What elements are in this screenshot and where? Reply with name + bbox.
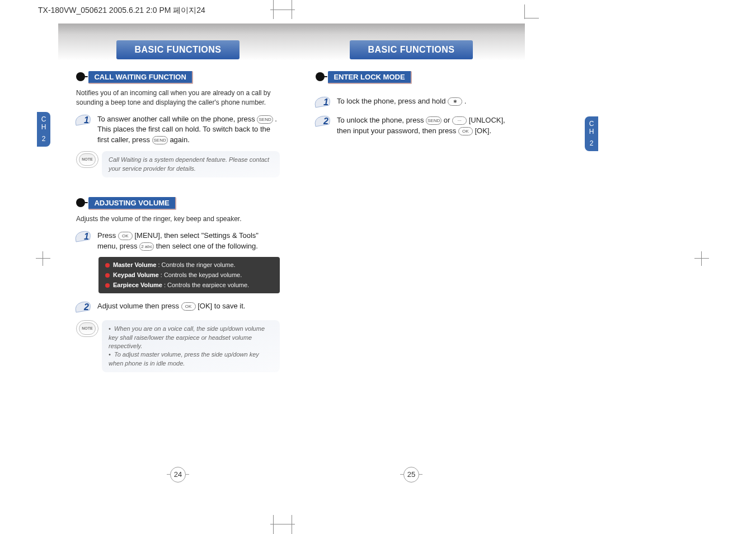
text-fragment: Adjust volume then press <box>97 302 181 310</box>
step-text: To lock the phone, press and hold ✱ . <box>337 96 466 107</box>
page-title: BASIC FUNCTIONS <box>116 40 240 59</box>
print-header: TX-180VW_050621 2005.6.21 2:0 PM 페이지24 <box>38 6 205 16</box>
section-bullet-icon <box>76 198 85 207</box>
star-key-icon: ✱ <box>448 97 462 106</box>
text-fragment: To answer another call while on the phon… <box>97 115 257 123</box>
send-key-icon: SEND <box>152 136 168 144</box>
note: NOTE • When you are on a voice call, the… <box>76 320 280 372</box>
chapter-tab-line: H <box>585 128 598 135</box>
step: 1 To lock the phone, press and hold ✱ . <box>316 96 507 110</box>
text-fragment: Press <box>97 231 118 240</box>
step-number: 2 <box>84 302 89 312</box>
page-right: BASIC FUNCTIONS ENTER LOCK MODE 1 To loc… <box>298 20 525 486</box>
step: 1 Press OK [MENU], then select "Settings… <box>76 231 280 252</box>
note-bullet: • When you are on a voice call, the side… <box>109 325 273 350</box>
note: NOTE Call Waiting is a system dependent … <box>76 151 280 177</box>
text-fragment: To lock the phone, press and hold <box>337 97 448 105</box>
section-header: ENTER LOCK MODE <box>316 71 507 84</box>
crop-corner <box>524 4 539 19</box>
step-number: 1 <box>84 115 89 125</box>
note-text: Call Waiting is a system dependent featu… <box>102 151 280 177</box>
chapter-tab-line: C <box>585 120 598 128</box>
softkey-icon: ··· <box>452 116 467 125</box>
volume-options-box: Master Volume : Controls the ringer volu… <box>98 257 280 293</box>
send-key-icon: SEND <box>426 116 442 125</box>
text-fragment: To unlock the phone, press <box>337 116 426 124</box>
page-number: 24 <box>170 467 186 483</box>
item-title: Keypad Volume <box>113 271 159 278</box>
list-item: Earpiece Volume : Controls the earpiece … <box>105 280 273 291</box>
step: 1 To answer another call while on the ph… <box>76 114 280 146</box>
ok-key-icon: OK <box>118 232 133 240</box>
chapter-tab: C H 2 <box>585 116 598 151</box>
crop-mark-top <box>273 0 292 19</box>
section-header: ADJUSTING VOLUME <box>76 196 280 210</box>
ok-key-icon: OK <box>458 127 473 135</box>
chapter-tab: C H 2 <box>37 112 50 147</box>
step-number-badge: 2 <box>316 115 332 129</box>
page-number: 25 <box>403 467 419 483</box>
note-line: When you are on a voice call, the side u… <box>109 325 265 349</box>
step-number: 1 <box>323 97 328 107</box>
list-item: Keypad Volume : Controls the keypad volu… <box>105 270 273 280</box>
note-icon: NOTE <box>76 320 100 337</box>
two-key-icon: 2 abc <box>139 242 154 251</box>
item-title: Master Volume <box>113 261 156 268</box>
chapter-tab-line: 2 <box>37 135 50 143</box>
item-desc: : Controls the earpiece volume. <box>162 282 249 288</box>
step-number: 1 <box>84 232 89 242</box>
step: 2 Adjust volume then press OK [OK] to sa… <box>76 301 280 315</box>
note-text: • When you are on a voice call, the side… <box>102 320 280 372</box>
section-bullet-icon <box>76 72 85 81</box>
note-bullet: • To adjust master volume, press the sid… <box>109 350 273 368</box>
item-desc: : Controls the ringer volume. <box>156 261 235 268</box>
chapter-tab-line: 2 <box>585 139 598 147</box>
bullet-icon <box>105 283 110 288</box>
step-number: 2 <box>323 116 328 127</box>
text-fragment: or <box>444 116 452 124</box>
item-title: Earpiece Volume <box>113 282 162 288</box>
page-spread: BASIC FUNCTIONS CALL WAITING FUNCTION No… <box>58 20 525 486</box>
ok-key-icon: OK <box>181 302 196 311</box>
text-fragment: . <box>464 97 467 105</box>
section-description: Adjusts the volume of the ringer, key be… <box>76 214 280 224</box>
page-title: BASIC FUNCTIONS <box>350 40 473 59</box>
step-text: Adjust volume then press OK [OK] to save… <box>97 301 245 312</box>
step-number-badge: 1 <box>76 114 93 128</box>
chapter-tab-line: H <box>37 123 50 131</box>
section-label: ADJUSTING VOLUME <box>88 197 176 210</box>
send-key-icon: SEND <box>257 115 273 124</box>
crop-mark-bottom <box>273 515 292 534</box>
step-text: To answer another call while on the phon… <box>97 114 280 146</box>
section-header: CALL WAITING FUNCTION <box>76 71 280 84</box>
text-fragment: [OK] to save it. <box>198 302 245 310</box>
section-description: Notifies you of an incoming call when yo… <box>76 88 280 107</box>
step: 2 To unlock the phone, press SEND or ···… <box>316 115 507 137</box>
step-number-badge: 2 <box>76 301 93 315</box>
text-fragment: [OK]. <box>475 127 491 135</box>
step-text: To unlock the phone, press SEND or ··· [… <box>337 115 507 137</box>
step-text: Press OK [MENU], then select "Settings &… <box>97 231 280 252</box>
bullet-icon <box>105 273 110 278</box>
note-line: To adjust master volume, press the side … <box>109 351 259 366</box>
title-bar: BASIC FUNCTIONS <box>58 24 298 60</box>
text-fragment: again. <box>170 135 189 144</box>
page-left: BASIC FUNCTIONS CALL WAITING FUNCTION No… <box>58 20 298 486</box>
section-label: ENTER LOCK MODE <box>328 71 411 84</box>
bullet-icon <box>105 263 110 268</box>
crop-mark-right <box>694 251 709 266</box>
step-number-badge: 1 <box>316 96 332 110</box>
step-number-badge: 1 <box>76 231 93 244</box>
chapter-tab-line: C <box>37 115 50 123</box>
title-bar: BASIC FUNCTIONS <box>298 24 525 60</box>
crop-mark-left <box>36 251 50 266</box>
list-item: Master Volume : Controls the ringer volu… <box>105 260 273 270</box>
note-icon: NOTE <box>76 151 100 168</box>
item-desc: : Controls the keypad volume. <box>159 271 242 278</box>
text-fragment: then select one of the following. <box>156 242 258 250</box>
section-bullet-icon <box>316 72 325 81</box>
section-label: CALL WAITING FUNCTION <box>88 71 192 84</box>
